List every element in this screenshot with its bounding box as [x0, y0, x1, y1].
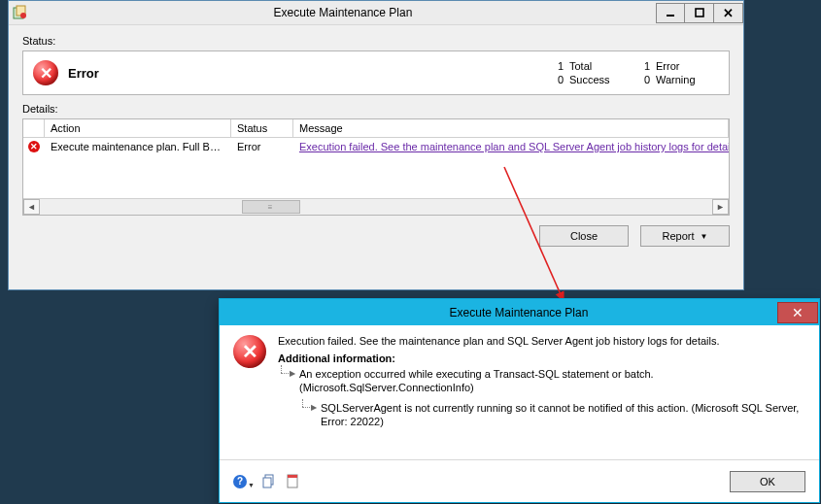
- details-table: Action Status Message ✕ Execute maintena…: [22, 118, 730, 216]
- count-success-n: 0: [548, 74, 567, 85]
- chevron-down-icon: ▼: [701, 232, 708, 241]
- status-label: Status:: [22, 35, 730, 47]
- count-total-l: Total: [569, 60, 633, 72]
- minimize-button[interactable]: [656, 3, 685, 23]
- error-message: Execution failed. See the maintenance pl…: [278, 335, 804, 347]
- cell-action: Execute maintenance plan. Full Bac...: [45, 141, 231, 152]
- col-message[interactable]: Message: [293, 119, 729, 137]
- count-total-n: 1: [548, 60, 567, 72]
- col-action[interactable]: Action: [45, 119, 231, 137]
- additional-info-item: ▶ SQLServerAgent is not currently runnin…: [299, 401, 804, 429]
- copy-icon[interactable]: [262, 474, 278, 489]
- svg-rect-3: [667, 15, 674, 17]
- count-warning-n: 0: [634, 74, 654, 85]
- window-title: Execute Maintenance Plan: [30, 6, 656, 19]
- help-button[interactable]: ?▼: [233, 475, 255, 488]
- scroll-track[interactable]: ≡: [40, 199, 712, 215]
- document-icon[interactable]: [286, 474, 301, 489]
- horizontal-scrollbar[interactable]: ◄ ≡ ►: [23, 198, 729, 215]
- titlebar[interactable]: Execute Maintenance Plan ✕: [9, 1, 743, 25]
- status-text: Error: [68, 66, 99, 81]
- svg-rect-4: [696, 9, 703, 17]
- svg-point-2: [20, 13, 26, 18]
- svg-rect-9: [288, 475, 297, 478]
- window-title: Execute Maintenance Plan: [260, 306, 777, 319]
- additional-info-item: ▶ An exception occurred while executing …: [278, 367, 804, 395]
- ok-button[interactable]: OK: [730, 471, 805, 492]
- count-error-l: Error: [656, 60, 719, 72]
- error-icon: ✕: [28, 141, 40, 152]
- execute-plan-window: Execute Maintenance Plan ✕ Status: ✕ Err…: [8, 0, 744, 290]
- count-error-n: 1: [634, 60, 654, 72]
- status-counts: 1 Total 1 Error 0 Success 0 Warning: [548, 60, 719, 85]
- maximize-button[interactable]: [685, 3, 714, 23]
- cell-message-link[interactable]: Execution failed. See the maintenance pl…: [293, 141, 729, 152]
- count-warning-l: Warning: [656, 74, 719, 85]
- error-detail-window: Execute Maintenance Plan ✕ ✕ Execution f…: [219, 298, 820, 503]
- close-button[interactable]: Close: [539, 225, 629, 247]
- count-success-l: Success: [569, 74, 633, 85]
- scroll-left-button[interactable]: ◄: [23, 199, 40, 215]
- error-icon: ✕: [33, 60, 58, 85]
- scroll-thumb[interactable]: ≡: [242, 200, 300, 214]
- details-label: Details:: [22, 103, 730, 115]
- close-button[interactable]: ✕: [777, 302, 818, 323]
- cell-status: Error: [231, 141, 293, 152]
- scroll-right-button[interactable]: ►: [712, 199, 729, 215]
- titlebar[interactable]: Execute Maintenance Plan ✕: [220, 299, 819, 325]
- additional-info-heading: Additional information:: [278, 353, 804, 364]
- status-panel: ✕ Error 1 Total 1 Error 0 Success 0 Warn…: [22, 50, 730, 95]
- report-button[interactable]: Report▼: [640, 225, 730, 247]
- help-icon: ?: [233, 475, 247, 488]
- table-row[interactable]: ✕ Execute maintenance plan. Full Bac... …: [23, 138, 729, 155]
- col-icon[interactable]: [23, 119, 45, 137]
- svg-rect-7: [263, 478, 271, 487]
- error-icon: ✕: [233, 335, 266, 368]
- col-status[interactable]: Status: [231, 119, 293, 137]
- app-icon: [9, 5, 30, 20]
- close-button[interactable]: ✕: [714, 3, 743, 23]
